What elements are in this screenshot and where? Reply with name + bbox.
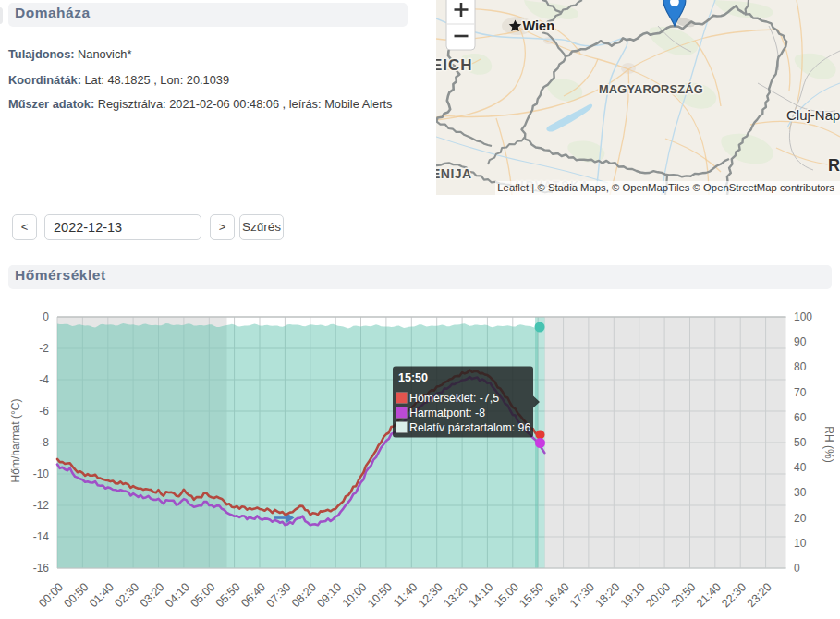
svg-text:23:20: 23:20 bbox=[745, 580, 774, 610]
svg-text:20:00: 20:00 bbox=[643, 580, 673, 610]
svg-text:-12: -12 bbox=[33, 499, 50, 512]
svg-text:30: 30 bbox=[794, 486, 807, 499]
svg-text:02:30: 02:30 bbox=[112, 580, 141, 610]
svg-text:15:50: 15:50 bbox=[398, 371, 428, 384]
svg-text:60: 60 bbox=[794, 411, 807, 424]
svg-text:-10: -10 bbox=[33, 467, 50, 480]
svg-text:15:00: 15:00 bbox=[492, 580, 521, 610]
svg-text:Relatív páratartalom: 96: Relatív páratartalom: 96 bbox=[409, 421, 530, 434]
svg-text:05:50: 05:50 bbox=[213, 580, 243, 610]
svg-text:Harmatpont: -8: Harmatpont: -8 bbox=[409, 407, 485, 419]
svg-text:17:30: 17:30 bbox=[567, 580, 597, 610]
svg-text:19:10: 19:10 bbox=[618, 580, 648, 610]
svg-text:05:00: 05:00 bbox=[188, 580, 217, 610]
svg-text:21:40: 21:40 bbox=[694, 580, 724, 610]
svg-text:11:40: 11:40 bbox=[391, 580, 420, 609]
svg-text:10:00: 10:00 bbox=[340, 580, 370, 610]
svg-text:90: 90 bbox=[794, 335, 807, 348]
svg-text:13:20: 13:20 bbox=[441, 580, 470, 610]
svg-text:-2: -2 bbox=[39, 342, 49, 355]
svg-text:15:50: 15:50 bbox=[517, 580, 546, 610]
svg-text:-4: -4 bbox=[39, 373, 49, 386]
svg-text:00:50: 00:50 bbox=[62, 580, 91, 610]
svg-text:10: 10 bbox=[794, 537, 807, 550]
svg-text:50: 50 bbox=[794, 436, 807, 449]
svg-text:10:50: 10:50 bbox=[365, 580, 395, 610]
svg-text:16:40: 16:40 bbox=[542, 580, 572, 610]
svg-text:-16: -16 bbox=[33, 562, 50, 575]
svg-text:100: 100 bbox=[794, 310, 812, 323]
svg-text:40: 40 bbox=[794, 461, 807, 474]
svg-text:03:20: 03:20 bbox=[138, 580, 167, 610]
svg-text:0: 0 bbox=[43, 310, 49, 323]
svg-text:70: 70 bbox=[794, 386, 807, 399]
svg-text:06:40: 06:40 bbox=[238, 580, 268, 610]
svg-text:12:30: 12:30 bbox=[416, 580, 445, 610]
svg-text:18:20: 18:20 bbox=[592, 580, 622, 610]
svg-text:-6: -6 bbox=[39, 405, 49, 418]
svg-text:08:20: 08:20 bbox=[289, 580, 319, 610]
svg-text:0: 0 bbox=[794, 562, 800, 575]
svg-text:20:50: 20:50 bbox=[669, 580, 699, 610]
svg-text:20: 20 bbox=[794, 512, 807, 525]
svg-text:01:40: 01:40 bbox=[87, 580, 116, 610]
svg-text:-8: -8 bbox=[39, 436, 49, 449]
svg-text:Hőm/harmat (°C): Hőm/harmat (°C) bbox=[9, 399, 22, 483]
svg-text:00:00: 00:00 bbox=[36, 580, 66, 610]
svg-text:RH (%): RH (%) bbox=[822, 426, 835, 462]
svg-text:80: 80 bbox=[794, 360, 807, 373]
svg-text:Hőmérséklet: -7,5: Hőmérséklet: -7,5 bbox=[409, 392, 499, 405]
svg-text:09:10: 09:10 bbox=[314, 580, 344, 610]
svg-text:07:30: 07:30 bbox=[264, 580, 294, 610]
svg-text:14:10: 14:10 bbox=[467, 580, 496, 610]
svg-text:-14: -14 bbox=[33, 530, 50, 543]
svg-text:04:10: 04:10 bbox=[163, 580, 192, 610]
svg-text:22:30: 22:30 bbox=[719, 580, 749, 610]
